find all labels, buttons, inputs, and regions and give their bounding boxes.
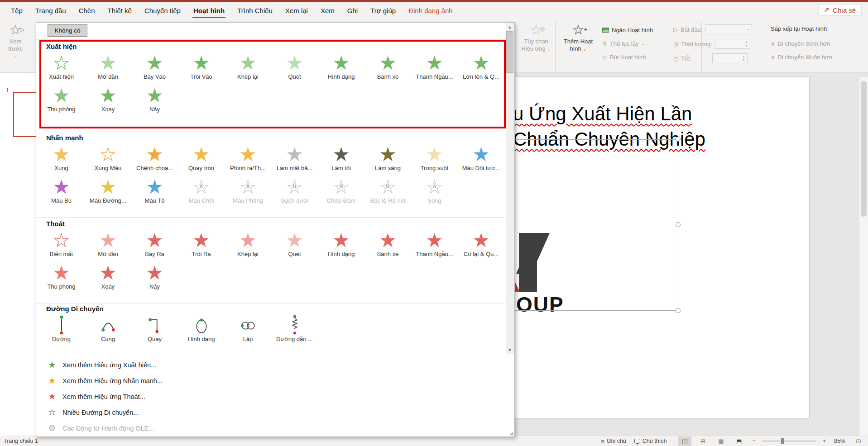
animation-effect-item[interactable]: ★Khép lại [225,230,271,262]
slideshow-button[interactable]: ⬒ [732,437,746,446]
animation-effect-item[interactable]: ★Trôi Ra [178,230,225,262]
animation-effect-item[interactable]: ★Co lại & Qu... [458,230,504,262]
menu-tab-chuyển-tiếp[interactable]: Chuyển tiếp [138,2,187,19]
gallery-scrollbar-thumb[interactable] [506,31,513,73]
animation-effect-item[interactable]: ★Trôi Vào [178,52,225,85]
gallery-link-1[interactable]: ★Xem thêm Hiệu ứng Nhấn mạnh... [36,373,505,389]
animation-effect-item[interactable]: Lặp [225,315,271,347]
menu-tab-hoạt-hình[interactable]: Hoạt hình [187,2,231,19]
animation-effect-item[interactable]: ★Quay tròn [178,144,225,176]
animation-effect-item[interactable]: Quay [131,315,178,347]
reorder-animation-label: Sắp xếp lại Hoạt hình [771,25,827,32]
animation-effect-item[interactable]: ★Trong suốt [411,144,458,176]
zoom-percentage[interactable]: 85% [832,438,847,444]
menu-tab-trình-chiếu[interactable]: Trình Chiếu [231,2,279,19]
animation-none-button[interactable]: Không có [48,24,87,37]
divider [36,217,505,218]
status-slide-indicator: Trang chiếu 1 [0,438,38,444]
animation-effect-item[interactable]: ★Màu Đường... [85,176,131,209]
selection-handle[interactable] [676,222,681,227]
menu-tab-định-dạng-ảnh[interactable]: Định dạng ảnh [402,2,459,19]
animation-effect-item[interactable]: ☆Xuất hiện [38,52,85,85]
animation-effect-item[interactable]: Hình dạng [178,315,225,347]
selection-handle[interactable] [676,137,681,142]
animation-effect-label: Màu Đường... [90,197,126,204]
animation-effect-item[interactable]: ★Mờ dần [85,230,131,262]
zoom-out-button[interactable]: − [750,438,757,444]
animation-effect-item[interactable]: Cung [85,315,131,347]
menu-tab-ghi[interactable]: Ghi [341,2,364,19]
animation-effect-item[interactable]: Đường [38,315,85,347]
preview-chevron-icon: ⌄ [14,52,17,60]
animation-effect-item[interactable]: ★Màu Đối tươ... [458,144,504,176]
zoom-slider-thumb[interactable] [781,438,784,444]
animation-effect-item[interactable]: ★Bánh xe [364,230,411,262]
animation-effect-item[interactable]: ★Khép lại [225,52,271,85]
selection-handle[interactable] [676,308,681,313]
animation-effect-item[interactable]: ★Lớn lên & Q... [458,52,504,85]
menu-tab-xem-lại[interactable]: Xem lại [279,2,314,19]
animation-effect-item[interactable]: ★Xoay [85,262,131,295]
ribbon-separator [766,24,766,77]
animation-painter-button: ✩ Bút Hoạt hình [602,52,646,62]
star-icon: ☆ [53,230,70,251]
menu-tab-thiết-kế[interactable]: Thiết kế [101,2,138,19]
animation-effect-item[interactable]: ★Bánh xe [364,52,411,85]
menu-tab-trang-đầu[interactable]: Trang đầu [29,2,72,19]
comments-button[interactable]: Chú thích [633,438,669,444]
animation-effect-item[interactable]: ★Mờ dần [85,52,131,85]
animation-effect-item[interactable]: ★Làm mất bã... [271,144,318,176]
animation-effect-item[interactable]: ★Làm tối [318,144,364,176]
squiggle-path-icon [289,315,300,336]
menu-tab-tệp[interactable]: Tệp [5,2,29,19]
animation-effect-item[interactable]: ★Màu Tô [131,176,178,209]
star-icon: ★ [146,144,163,165]
animation-effect-item[interactable]: ☆Biến mất [38,230,85,262]
reading-view-button[interactable]: ▥ [714,437,728,446]
fit-to-window-button[interactable]: ⊡ [852,437,865,446]
animation-effect-item[interactable]: ★Quét [271,52,318,85]
menu-tab-chèn[interactable]: Chèn [72,2,101,19]
animation-effect-item[interactable]: ★Quét [271,230,318,262]
menu-tab-xem[interactable]: Xem [314,2,341,19]
gallery-link-2[interactable]: ★Xem thêm Hiệu ứng Thoát... [36,389,505,404]
animation-effect-item[interactable]: ★Nảy [131,262,178,295]
animation-pane-button[interactable]: Ngăn Hoạt hình [602,24,653,35]
animation-effect-item[interactable]: ☆Xung Màu [85,144,131,176]
resize-grip[interactable]: ◢ [509,431,513,436]
animation-effect-item[interactable]: ★Nảy [131,85,178,118]
star-icon: ★ [146,85,163,106]
animation-effect-item[interactable]: ★Phình ra/Th... [225,144,271,176]
animation-effect-label: Biến mất [50,251,73,257]
scroll-up-icon[interactable]: ▲ [506,23,514,31]
animation-effect-item[interactable]: ★Làm sáng [364,144,411,176]
animation-effect-item[interactable]: ★Thu phóng [38,85,85,118]
gallery-scrollbar[interactable]: ▲ ▼ [506,23,514,354]
animation-effect-item[interactable]: ★Hình dạng [318,230,364,262]
animation-effect-item[interactable]: ★Bay Vào [131,52,178,85]
animation-effect-label: Chớp Đậm [327,197,355,204]
animation-effect-item[interactable]: ★Thanh Ngẫu... [411,52,458,85]
animation-effect-item[interactable]: ★Chệnh choạ... [131,144,178,176]
animation-effect-item[interactable]: ★Xung [38,144,85,176]
zoom-in-button[interactable]: + [821,438,828,444]
zoom-slider[interactable] [762,441,816,441]
animation-effect-item[interactable]: ★Thu phóng [38,262,85,295]
slide-sorter-view-button[interactable]: ⊞ [696,437,710,446]
scroll-down-icon[interactable]: ▼ [506,346,514,354]
gallery-link-0[interactable]: ★Xem thêm Hiệu ứng Xuất hiện... [36,357,505,373]
slide-scrollbar-thumb[interactable] [861,81,867,217]
animation-effect-item[interactable]: ★Hình dạng [318,52,364,85]
normal-view-button[interactable]: ◫ [678,437,691,446]
animation-effect-item[interactable]: Đường dẫn ... [271,315,318,347]
menu-tab-trợ-giúp[interactable]: Trợ giúp [364,2,402,19]
add-animation-button[interactable]: ☆+ Thêm Hoạt hình ⌄ [559,22,598,53]
gallery-link-3[interactable]: ☆Nhiều Đường Di chuyển... [36,404,505,420]
animation-effect-item[interactable]: ★Màu Bù [38,176,85,209]
share-button[interactable]: ⇗ Chia sẻ [818,4,862,16]
slide-scrollbar[interactable] [859,77,868,446]
notes-button[interactable]: ≡ Ghi chú [599,438,628,445]
animation-effect-item[interactable]: ★Xoay [85,85,131,118]
animation-effect-item[interactable]: ★Bay Ra [131,230,178,262]
animation-effect-item[interactable]: ★Thanh Ngẫu... [411,230,458,262]
